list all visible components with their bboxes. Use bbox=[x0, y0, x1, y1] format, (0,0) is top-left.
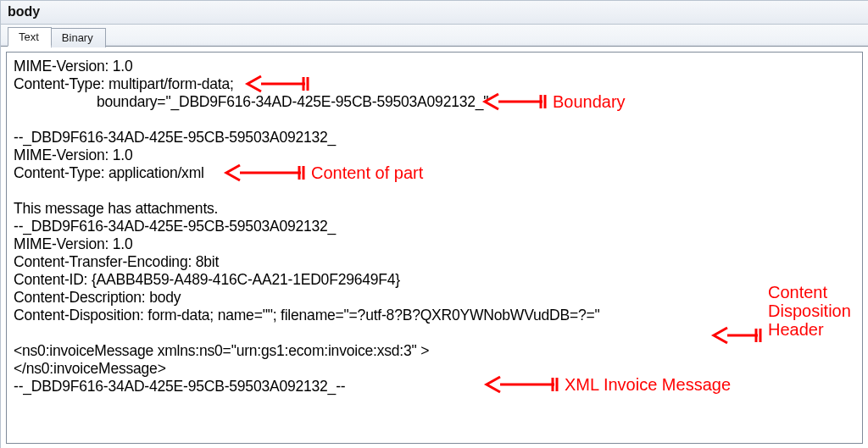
body-line: Content-Type: multipart/form-data; bbox=[14, 75, 234, 92]
body-line: <ns0:invoiceMessage xmlns:ns0="urn:gs1:e… bbox=[14, 342, 429, 359]
body-line: Content-Type: application/xml bbox=[14, 164, 204, 181]
body-line: --_DBD9F616-34AD-425E-95CB-59503A092132_… bbox=[14, 378, 345, 395]
body-line: </ns0:invoiceMessage> bbox=[14, 360, 166, 377]
tab-text[interactable]: Text bbox=[8, 27, 52, 47]
body-text[interactable]: MIME-Version: 1.0 Content-Type: multipar… bbox=[7, 53, 862, 401]
titlebar: body bbox=[1, 1, 868, 25]
body-line: --_DBD9F616-34AD-425E-95CB-59503A092132_ bbox=[14, 218, 336, 235]
body-line: boundary="_DBD9F616-34AD-425E-95CB-59503… bbox=[97, 93, 488, 110]
tab-binary[interactable]: Binary bbox=[51, 28, 106, 47]
body-line: Content-Description: body bbox=[14, 289, 181, 306]
tab-text-label: Text bbox=[19, 30, 39, 43]
window-title: body bbox=[8, 4, 40, 19]
content-frame: MIME-Version: 1.0 Content-Type: multipar… bbox=[6, 52, 863, 444]
body-line: Content-Disposition: form-data; name="";… bbox=[14, 307, 600, 324]
body-line: Content-ID: {AABB4B59-A489-416C-AA21-1ED… bbox=[14, 271, 400, 288]
body-line: --_DBD9F616-34AD-425E-95CB-59503A092132_ bbox=[14, 129, 336, 146]
window-frame: body Text Binary MIME-Version: 1.0 Conte… bbox=[0, 0, 868, 448]
tab-binary-label: Binary bbox=[62, 31, 93, 44]
body-line: Content-Transfer-Encoding: 8bit bbox=[14, 253, 219, 270]
tabstrip: Text Binary bbox=[1, 25, 868, 47]
body-line: MIME-Version: 1.0 bbox=[14, 235, 133, 252]
body-line: MIME-Version: 1.0 bbox=[14, 58, 133, 75]
body-line: MIME-Version: 1.0 bbox=[14, 147, 133, 163]
body-line: This message has attachments. bbox=[14, 200, 218, 217]
